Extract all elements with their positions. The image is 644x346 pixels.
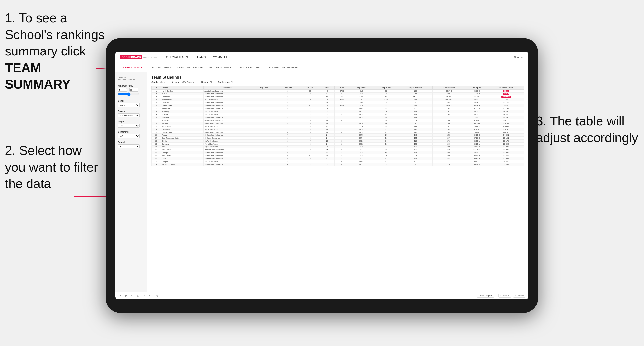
cell-adj-score: 274.8 xyxy=(349,101,373,104)
cell-adj-score: 279.1 xyxy=(349,140,373,143)
cell-vs-top-50: 40-38-2 xyxy=(488,125,524,128)
cell-overall: 38-6-0 xyxy=(433,95,465,98)
cell-avg-low: 1.98 xyxy=(399,113,433,116)
standings-table: # School Conference Avg. Rank Conf Rank … xyxy=(151,86,524,166)
cell-avg-low: 2.37 xyxy=(399,101,433,104)
cell-avg-par: -1.8 xyxy=(373,163,398,166)
cell-avg-rank: - xyxy=(252,163,276,166)
tab-team-h2h-grid[interactable]: TEAM H2H GRID xyxy=(148,65,173,70)
cell-conference: Southeastern Conference xyxy=(204,116,252,119)
cell-wins: 4 xyxy=(334,146,349,149)
cell-avg-low: 2.11 xyxy=(399,107,433,110)
cell-vs-top-25: 83-25-1 xyxy=(465,143,488,146)
cell-rnds: 4 xyxy=(320,90,335,93)
cell-avg-low: 95-6-0 xyxy=(399,95,433,98)
cell-adj-score: 277 xyxy=(349,119,373,122)
cell-adj-score: 2.77 xyxy=(349,95,373,98)
cell-avg-par: -5.1 xyxy=(373,143,398,146)
cell-avg-par: -5.1 xyxy=(373,137,398,140)
cell-adj-score: 278.5 xyxy=(349,128,373,131)
cell-overall: 267 xyxy=(433,125,465,128)
cell-vs-top-50: 80.58 xyxy=(488,98,524,101)
share-btn[interactable]: ⇧ Share xyxy=(513,294,525,298)
tab-player-h2h-grid[interactable]: PLAYER H2H GRID xyxy=(237,65,265,70)
cell-wins: 4 xyxy=(334,119,349,122)
cell-school: Arkansas xyxy=(161,119,204,122)
rounds-slider[interactable] xyxy=(118,92,140,96)
cell-vs-top-50: 23-33-1 xyxy=(488,160,524,163)
table-row: 22 Georgia Southeastern Conference - 8 7… xyxy=(152,151,524,154)
cell-overall: 215 xyxy=(433,149,465,151)
cell-rnds: 23 xyxy=(320,110,335,113)
cell-rnds: 24 xyxy=(320,119,335,122)
cell-school: Texas xyxy=(161,146,204,149)
cell-vs-top-25: 59-39-1 xyxy=(465,151,488,154)
col-adj-score: Adj. Score xyxy=(349,86,373,90)
cell-wins: 275.7 xyxy=(334,104,349,107)
cell-wins: 4 xyxy=(334,134,349,137)
cell-conf-rank: 3 xyxy=(276,101,300,104)
cell-avg-low: 1.44 xyxy=(399,146,433,149)
cell-conf-rank: 10 xyxy=(276,163,300,166)
cell-conference: Pac-12 Conference xyxy=(204,113,252,116)
nav-teams[interactable]: TEAMS xyxy=(195,56,206,59)
table-row: 13 Texas Tech Big 12 Conference - 1 9 27… xyxy=(152,125,524,128)
view-original-btn[interactable]: View: Original xyxy=(477,294,494,298)
tab-team-summary[interactable]: TEAM SUMMARY xyxy=(120,65,146,70)
nav-committee[interactable]: COMMITTEE xyxy=(213,56,232,59)
cell-rank: 9 xyxy=(152,113,161,116)
school-select[interactable]: (All) xyxy=(118,144,140,148)
cell-vs-top-50: 39-20-1 xyxy=(488,110,524,113)
cell-rnds: 4 xyxy=(320,98,335,101)
cell-overall: 100-27-1 xyxy=(433,98,465,101)
toolbar-add[interactable]: + xyxy=(148,294,151,297)
table-row: 24 Duke Atlantic Coast Conference - 5 9 … xyxy=(152,157,524,160)
cell-adj-score: 276.4 xyxy=(349,122,373,125)
cell-overall: 260 xyxy=(433,143,465,146)
tab-player-h2h-heatmap[interactable]: PLAYER H2H HEATMAP xyxy=(266,65,300,70)
cell-avg-rank: - xyxy=(252,154,276,157)
cell-avg-rank: - xyxy=(252,151,276,154)
tab-team-h2h-heatmap[interactable]: TEAM H2H HEATMAP xyxy=(174,65,206,70)
toolbar-clock[interactable]: ◍ xyxy=(155,294,160,297)
cell-adj-score: 280.7 xyxy=(349,163,373,166)
cell-wins: 4 xyxy=(334,137,349,140)
cell-rnds: 23 xyxy=(320,140,335,143)
min-rounds-input[interactable] xyxy=(118,88,127,92)
cell-rnds: 271 xyxy=(320,95,335,98)
cell-avg-par: -4 xyxy=(373,93,398,95)
nav-tournaments[interactable]: TOURNAMENTS xyxy=(164,56,188,59)
col-avg-low: Avg. Low Score xyxy=(399,86,433,90)
toolbar-forward[interactable]: ▶ xyxy=(124,294,128,297)
cell-vs-top-50: 89.11 xyxy=(488,90,524,93)
cell-vs-top-25: 63-15-1 xyxy=(465,101,488,104)
cell-conference: Southeastern Conference xyxy=(204,93,252,95)
cell-rank: 12 xyxy=(152,122,161,125)
cell-vs-top-25: 33-25-2 xyxy=(465,104,488,107)
cell-no-tour: 9 xyxy=(300,128,320,131)
table-row: 5 Ole Miss Southeastern Conference - 3 6… xyxy=(152,101,524,104)
cell-rnds: 27 xyxy=(320,125,335,128)
conference-select[interactable]: (All) xyxy=(118,134,140,138)
cell-avg-low: 264 xyxy=(399,104,433,107)
cell-avg-rank: - xyxy=(252,125,276,128)
watch-btn[interactable]: 👁 Watch xyxy=(498,294,511,298)
cell-rnds: 27 xyxy=(320,93,335,95)
division-select[interactable]: NCAA Division I NCAA Division II xyxy=(118,113,140,117)
cell-wins: 4 xyxy=(334,131,349,134)
tab-player-summary[interactable]: PLAYER SUMMARY xyxy=(207,65,236,70)
toolbar-copy[interactable]: □ xyxy=(142,294,146,297)
cell-vs-top-25: 97-21-1 xyxy=(465,128,488,131)
gender-select[interactable]: Men's Women's xyxy=(118,103,140,107)
cell-overall: 88-17-0 xyxy=(433,90,465,93)
cell-rank: 16 xyxy=(152,134,161,137)
sign-out-link[interactable]: Sign out xyxy=(514,56,523,59)
school-filter: School (All) xyxy=(118,141,145,148)
toolbar-share-btn[interactable]: ▢ xyxy=(136,294,140,297)
cell-conf-rank: 4 xyxy=(276,131,300,134)
toolbar-back[interactable]: ◀ xyxy=(118,294,122,297)
max-rounds-input[interactable] xyxy=(130,88,138,92)
toolbar-reload[interactable]: ↻ xyxy=(130,294,134,297)
col-rnds: Rnds xyxy=(320,86,335,90)
region-select[interactable]: N/A All xyxy=(118,124,140,128)
